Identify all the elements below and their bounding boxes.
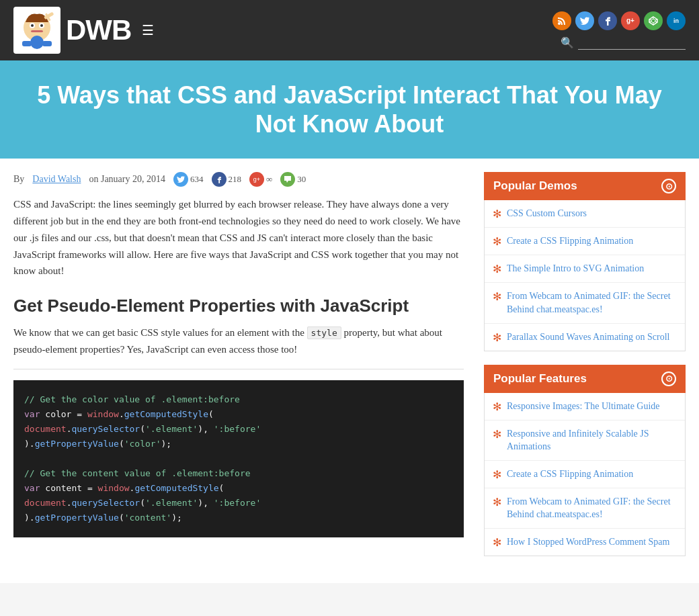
search-icon: 🔍 [561,36,574,49]
svg-rect-10 [42,41,52,46]
list-item: ✻ The Simple Intro to SVG Animation [485,255,685,283]
popular-features-list: ✻ Responsive Images: The Ultimate Guide … [484,393,686,556]
bullet-icon: ✻ [493,235,501,248]
popular-demos-link-2[interactable]: Create a CSS Flipping Animation [507,234,633,248]
list-item: ✻ How I Stopped WordPress Comment Spam [485,529,685,556]
code-line-4: ).getPropertyValue('color'); [24,437,453,451]
search-input[interactable] [578,36,686,50]
code-line-1: // Get the color value of .element:befor… [24,392,453,407]
list-item: ✻ Create a CSS Flipping Animation [485,228,685,255]
bullet-icon: ✻ [493,468,501,481]
hero-banner: 5 Ways that CSS and JavaScript Interact … [0,60,699,159]
google-count-value: ∞ [266,174,272,185]
list-item: ✻ Responsive and Infinitely Scalable JS … [485,421,685,461]
google-plus-icon[interactable]: g+ [621,11,640,30]
bullet-icon: ✻ [493,400,501,413]
svg-rect-5 [31,30,43,32]
linkedin-icon[interactable]: in [667,11,686,30]
popular-demos-list: ✻ CSS Custom Cursors ✻ Create a CSS Flip… [484,200,686,351]
menu-icon[interactable]: ☰ [142,22,154,38]
popular-demos-section: Popular Demos ⊙ ✻ CSS Custom Cursors ✻ C… [484,172,686,351]
section-divider [13,369,464,369]
bullet-icon: ✻ [493,536,501,549]
hero-title: 5 Ways that CSS and JavaScript Interact … [27,81,672,138]
popular-features-link-5[interactable]: How I Stopped WordPress Comment Spam [507,535,669,549]
facebook-count-value: 218 [229,174,242,185]
by-label: By [13,174,24,185]
bullet-icon: ✻ [493,331,501,344]
facebook-count-icon [212,172,227,187]
comment-count-value: 30 [297,174,306,185]
svg-point-11 [558,22,561,25]
list-item: ✻ From Webcam to Animated GIF: the Secre… [485,488,685,529]
section1-inline-code: style [307,326,341,339]
section1-text: We know that we can get basic CSS style … [13,324,464,358]
popular-demos-link-4[interactable]: From Webcam to Animated GIF: the Secret … [507,290,677,316]
code-block: // Get the color value of .element:befor… [13,380,464,538]
popular-features-section: Popular Features ⊙ ✻ Responsive Images: … [484,365,686,556]
section1-text1: We know that we can get basic CSS style … [13,327,304,338]
main-container: By David Walsh on January 20, 2014 634 2… [0,159,699,583]
list-item: ✻ CSS Custom Cursors [485,200,685,228]
svg-point-4 [40,24,43,27]
code-line-7: document.querySelector('.element'), ':be… [24,496,453,511]
code-line-6: var content = window.getComputedStyle( [24,481,453,496]
comment-count: 30 [280,172,306,187]
social-icons: g+ in [552,11,686,30]
facebook-count: 218 [212,172,242,187]
section1-heading: Get Pseudo-Element Properties with JavaS… [13,296,464,316]
popular-demos-link-5[interactable]: Parallax Sound Waves Animating on Scroll [507,331,669,344]
popular-features-link-1[interactable]: Responsive Images: The Ultimate Guide [507,400,660,413]
popular-demos-title: Popular Demos [493,179,577,193]
code-line-3: document.querySelector('.element'), ':be… [24,422,453,437]
author-link[interactable]: David Walsh [32,174,81,185]
popular-demos-link-3[interactable]: The Simple Intro to SVG Animation [507,262,644,275]
bullet-icon: ✻ [493,290,501,303]
popular-demos-header: Popular Demos ⊙ [484,172,686,200]
popular-demos-link-1[interactable]: CSS Custom Cursors [507,207,587,220]
list-item: ✻ Parallax Sound Waves Animating on Scro… [485,324,685,351]
popular-features-link-2[interactable]: Responsive and Infinitely Scalable JS An… [507,427,677,453]
article-meta: By David Walsh on January 20, 2014 634 2… [13,172,464,187]
article-content: By David Walsh on January 20, 2014 634 2… [13,172,484,570]
popular-features-circle-icon: ⊙ [661,371,676,386]
popular-features-header: Popular Features ⊙ [484,365,686,393]
svg-point-3 [31,24,34,27]
logo-image [13,7,60,54]
twitter-count-icon [173,172,188,187]
article-date: on January 20, 2014 [89,174,165,185]
header: DWB ☰ g+ in 🔍 [0,0,699,60]
google-count-icon: g+ [249,172,264,187]
popular-features-link-4[interactable]: From Webcam to Animated GIF: the Secret … [507,495,677,521]
facebook-icon[interactable] [598,11,617,30]
popular-features-link-3[interactable]: Create a CSS Flipping Animation [507,468,633,481]
list-item: ✻ From Webcam to Animated GIF: the Secre… [485,283,685,323]
codepen-icon[interactable] [644,11,663,30]
twitter-icon[interactable] [575,11,594,30]
comment-count-icon [280,172,295,187]
bullet-icon: ✻ [493,263,501,275]
bullet-icon: ✻ [493,208,501,220]
header-right: g+ in 🔍 [552,11,686,50]
code-line-5: // Get the content value of .element:bef… [24,466,453,481]
svg-point-8 [30,36,44,49]
code-line-empty [24,451,453,466]
logo-text[interactable]: DWB [66,14,131,46]
logo-area: DWB ☰ [13,7,154,54]
svg-marker-13 [651,19,655,23]
twitter-count: 634 [173,172,204,187]
rss-icon[interactable] [552,11,571,30]
search-area: 🔍 [561,36,686,50]
list-item: ✻ Responsive Images: The Ultimate Guide [485,393,685,421]
code-line-8: ).getPropertyValue('content'); [24,511,453,525]
sidebar: Popular Demos ⊙ ✻ CSS Custom Cursors ✻ C… [484,172,686,570]
bullet-icon: ✻ [493,496,501,509]
article-intro: CSS and JavaScript: the lines seemingly … [13,196,464,279]
list-item: ✻ Create a CSS Flipping Animation [485,461,685,488]
popular-features-title: Popular Features [493,372,587,386]
popular-demos-circle-icon: ⊙ [661,179,676,193]
bullet-icon: ✻ [493,428,501,441]
code-line-2: var color = window.getComputedStyle( [24,407,453,422]
svg-rect-9 [22,41,32,46]
google-count: g+ ∞ [249,172,272,187]
